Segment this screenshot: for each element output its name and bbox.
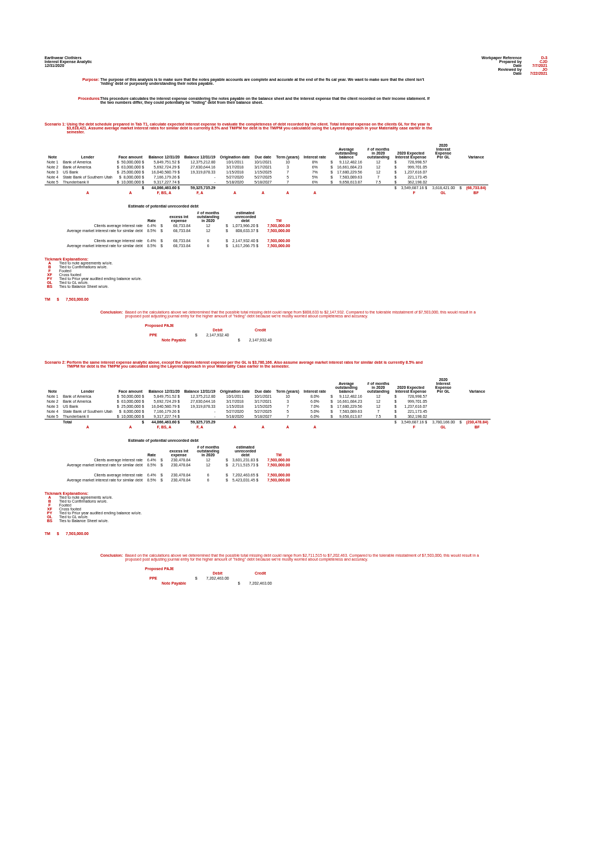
- table-row: Average market interest rate for similar…: [45, 243, 292, 248]
- tickmark-list: ATied to note agreements w/o/e.BTied to …: [45, 495, 547, 523]
- estimate-title-2: Estimate of potential unrecorded debt: [128, 438, 547, 442]
- scenario1-text: Using the debt schedule prepared in Tab …: [67, 122, 435, 134]
- est-col-unrec: estimated unrecorded debt: [230, 210, 261, 223]
- table-row: Clients average interest rate6.4%$68,733…: [45, 223, 292, 228]
- estimate-title: Estimate of potential unrecorded debt: [128, 204, 547, 208]
- tickmark-item: ATied to note agreements w/o/e.: [45, 495, 547, 499]
- table-row: Note 1Bank of America$ 50,000,000 $5,849…: [45, 160, 488, 165]
- est-col-rate: Rate: [145, 210, 158, 223]
- purpose-text: The purpose of this analysis is to make …: [100, 78, 435, 85]
- col-rate: Interest rate: [302, 143, 328, 160]
- table-row: Average market interest rate for similar…: [45, 228, 292, 233]
- table-row: Average market interest rate for similar…: [45, 462, 292, 467]
- tickmark-item: BSTies to Balance Sheet w/o/e.: [45, 519, 547, 523]
- tickmark-item: BTied to Confirmations w/o/e.: [45, 265, 547, 269]
- doc-date: 12/31/2020: [45, 64, 92, 67]
- tickmark-item: ATied to note agreements w/o/e.: [45, 261, 547, 265]
- col-bal20: Balance 12/31/20: [146, 143, 182, 160]
- tickmark-title-2: Tickmark Explanations:: [45, 491, 547, 495]
- tickmark-item: PYTied to Prior year audited ending bala…: [45, 277, 547, 281]
- table-row: Note 2Bank of America$ 63,000,000 $5,692…: [45, 399, 491, 404]
- s1-paje: Proposed PAJE DebitCredit PPE$2,147,932.…: [145, 324, 547, 343]
- col-lender: Lender: [61, 143, 115, 160]
- tickmark-item: BTied to Confirmations w/o/e.: [45, 499, 547, 503]
- prepared-by-label: Prepared by: [499, 60, 522, 64]
- tm-row: TM $ 7,503,000.00: [45, 297, 547, 301]
- table-row: Note 5Thunderbank II$ 10,000,000 $9,317,…: [45, 414, 491, 419]
- table-row: Note 4State Bank of Southern Utah$ 8,000…: [45, 409, 491, 414]
- rev-date-label: Date: [513, 71, 522, 75]
- col-orig: Origination date: [218, 143, 253, 160]
- tickmark-item: GLTied to GL w/o/e.: [45, 515, 547, 519]
- tickmark-item: XFCross footed: [45, 507, 547, 511]
- tickmark-item: GLTied to GL w/o/e.: [45, 281, 547, 284]
- wp-ref: D-3: [525, 56, 547, 60]
- table-row: Note 2Bank of America$ 63,000,000 $5,692…: [45, 165, 488, 170]
- purpose-row: Purpose: The purpose of this analysis is…: [78, 78, 547, 85]
- table-row: Note 3US Bank$ 25,000,000 $16,040,580.79…: [45, 404, 491, 409]
- tickmark-item: FFooted: [45, 503, 547, 507]
- rev-date: 7/22/2021: [525, 71, 547, 75]
- est-header-row: Rate excess int expense # of months outs…: [45, 210, 292, 223]
- s2-conclusion: Conclusion: Based on the calculations ab…: [100, 553, 547, 561]
- col-gl20: 2020 Interest Expense Per GL: [429, 143, 457, 160]
- scenario2-label: Scenario 2:: [45, 360, 66, 364]
- scenario1-header: Scenario 1: Using the debt schedule prep…: [45, 122, 547, 134]
- scenario1-label: Scenario 1:: [45, 122, 66, 126]
- document-header: Earthwear Clothiers Interest Expense Ana…: [45, 56, 547, 75]
- procedure-text: This procedure calculates the interest e…: [100, 97, 435, 104]
- col-months: # of months in 2020 outstanding: [365, 143, 392, 160]
- table-row: Note 3US Bank$ 25,000,000 $16,040,580.79…: [45, 170, 488, 175]
- scenario2-header: Scenario 2: Perform the same interest ex…: [45, 360, 547, 368]
- scenario2-estimate-table: Rate excess int expense # of months outs…: [45, 445, 292, 483]
- s1-conclusion: Conclusion: Based on the calculations ab…: [100, 310, 547, 318]
- col-due: Due date: [252, 143, 274, 160]
- est-col-months: # of months outstanding in 2020: [193, 210, 224, 223]
- table-header-row: Note Lender Face amount Balance 12/31/20…: [45, 377, 491, 394]
- col-face: Face amount: [115, 143, 147, 160]
- table-row: Note 1Bank of America$ 50,000,000 $5,849…: [45, 394, 491, 399]
- col-var: Variance: [464, 143, 488, 160]
- procedure-row: Procedures: This procedure calculates th…: [78, 97, 547, 104]
- est-col-tm: TM: [265, 210, 293, 223]
- s2-tick-row: A A F, BS, A F, A A A A A F GL BF: [45, 425, 491, 430]
- s2-total-row: Total$ 44,066,463.60 $ 59,325,735.29 $ 3…: [45, 419, 491, 425]
- s1-total-row: $ 44,066,463.60 $ 59,325,735.29 $ 3,549,…: [45, 185, 488, 191]
- col-note: Note: [45, 143, 61, 160]
- table-row: Clients average interest rate6.4%$230,47…: [45, 472, 292, 478]
- wp-ref-label: Workpaper Reference: [482, 56, 522, 60]
- tm-row-2: TM $ 7,503,000.00: [45, 532, 547, 536]
- col-term: Term (years): [274, 143, 302, 160]
- col-bal19: Balance 12/31/19: [182, 143, 217, 160]
- doc-subtitle: Interest Expense Analytic: [45, 60, 92, 64]
- tickmark-title: Tickmark Explanations:: [45, 257, 547, 261]
- table-row: Note 5Thunderbank II$ 10,000,000 $9,317,…: [45, 180, 488, 185]
- tickmark-item: XFCross footed: [45, 273, 547, 277]
- table-header-row: Note Lender Face amount Balance 12/31/20…: [45, 143, 488, 160]
- table-row: Average market interest rate for similar…: [45, 478, 292, 483]
- table-row: Clients average interest rate6.4%$68,733…: [45, 238, 292, 243]
- table-row: Note 4State Bank of Southern Utah$ 8,000…: [45, 175, 488, 180]
- prep-date: 7/7/2021: [525, 64, 547, 67]
- reviewed-by: JO: [525, 67, 547, 71]
- table-row: Clients average interest rate6.4%$230,47…: [45, 457, 292, 462]
- company-name: Earthwear Clothiers: [45, 56, 92, 60]
- scenario2-text: Perform the same interest expense analyt…: [67, 360, 435, 368]
- prep-date-label: Date: [513, 64, 522, 67]
- tickmark-item: BSTies to Balance Sheet w/o/e.: [45, 284, 547, 288]
- scenario1-estimate-table: Rate excess int expense # of months outs…: [45, 210, 292, 248]
- tickmark-item: FFooted: [45, 269, 547, 273]
- s2-paje: Proposed PAJE DebitCredit PPE$7,202,463.…: [145, 567, 547, 586]
- tickmark-list: ATied to note agreements w/o/e.BTied to …: [45, 261, 547, 288]
- s1-tick-row: A A F, BS, A F, A A A A A F GL BF: [45, 190, 488, 195]
- reviewed-by-label: Reviewed by: [498, 67, 522, 71]
- col-exp20: 2020 Expected Interest Expense: [392, 143, 430, 160]
- prepared-by: CJD: [525, 60, 547, 64]
- est-col-excess: excess int expense: [165, 210, 193, 223]
- scenario1-debt-table: Note Lender Face amount Balance 12/31/20…: [45, 143, 488, 195]
- procedure-tag: Procedures:: [78, 97, 100, 104]
- col-avg: Average outstanding balance: [328, 143, 365, 160]
- tickmark-item: PYTied to Prior year audited ending bala…: [45, 511, 547, 515]
- scenario2-debt-table: Note Lender Face amount Balance 12/31/20…: [45, 377, 491, 430]
- purpose-tag: Purpose:: [78, 78, 100, 85]
